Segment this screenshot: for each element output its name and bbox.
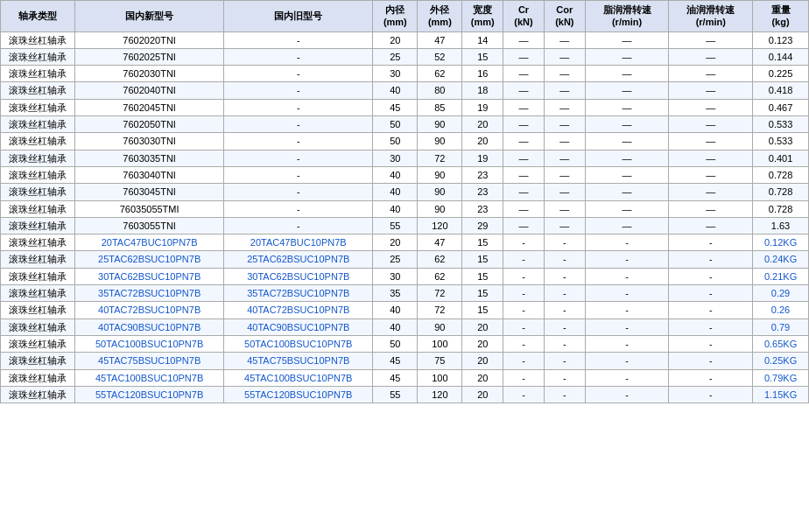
table-cell: —	[585, 82, 669, 99]
table-cell: 滚珠丝杠轴承	[1, 32, 75, 48]
table-cell: 40TAC72BSUC10PN7B	[224, 302, 373, 318]
table-cell: 15	[462, 251, 503, 268]
table-cell: 14	[462, 32, 503, 48]
table-cell: 0.728	[753, 184, 809, 200]
table-row: 滚珠丝杠轴承7603035TNI-307219————0.401	[1, 150, 809, 166]
table-cell: —	[585, 166, 669, 183]
table-cell: 滚珠丝杠轴承	[1, 302, 75, 318]
table-cell: 0.79	[753, 318, 809, 335]
table-cell: —	[544, 200, 585, 217]
table-cell: 40TAC72BSUC10PN7B	[75, 302, 224, 318]
table-cell: 90	[418, 166, 462, 183]
table-cell: 30TAC62BSUC10PN7B	[75, 268, 224, 284]
table-cell: 7603055TNI	[75, 217, 224, 234]
table-cell: 52	[418, 48, 462, 65]
table-cell: 76035055TMI	[75, 200, 224, 217]
table-cell: —	[503, 217, 545, 234]
table-row: 滚珠丝杠轴承7603055TNI-5512029————1.63	[1, 217, 809, 234]
table-cell: 90	[418, 318, 462, 335]
table-cell: 1.63	[753, 217, 809, 234]
table-header-row: 轴承类型 国内新型号 国内旧型号 内径(mm) 外径(mm) 宽度(mm) Cr…	[1, 1, 809, 32]
table-cell: 40	[373, 318, 418, 335]
table-cell: 0.29	[753, 285, 809, 302]
table-cell: 72	[418, 302, 462, 318]
table-cell: 45	[373, 369, 418, 386]
table-cell: 0.79KG	[753, 369, 809, 386]
table-row: 滚珠丝杠轴承7602050TNI-509020————0.533	[1, 116, 809, 133]
table-cell: —	[585, 48, 669, 65]
header-cor: Cor(kN)	[544, 1, 585, 32]
table-row: 滚珠丝杠轴承45TAC100BSUC10PN7B45TAC100BSUC10PN…	[1, 369, 809, 386]
table-cell: —	[503, 32, 545, 48]
table-cell: —	[503, 82, 545, 99]
table-cell: -	[503, 386, 545, 402]
table-cell: 20	[373, 32, 418, 48]
table-cell: 90	[418, 116, 462, 133]
table-cell: —	[669, 32, 753, 48]
table-cell: 100	[418, 335, 462, 352]
table-cell: —	[544, 184, 585, 200]
table-cell: —	[544, 133, 585, 150]
table-cell: —	[585, 217, 669, 234]
table-cell: —	[585, 200, 669, 217]
table-cell: 0.25KG	[753, 353, 809, 369]
table-cell: —	[503, 166, 545, 183]
table-cell: 30	[373, 150, 418, 166]
table-cell: —	[544, 32, 585, 48]
table-cell: 75	[418, 353, 462, 369]
table-cell: -	[585, 386, 669, 402]
table-cell: —	[503, 99, 545, 116]
table-row: 滚珠丝杠轴承45TAC75BSUC10PN7B45TAC75BSUC10PN7B…	[1, 353, 809, 369]
table-cell: 90	[418, 133, 462, 150]
table-cell: —	[585, 150, 669, 166]
table-cell: -	[669, 234, 753, 251]
table-cell: —	[503, 150, 545, 166]
table-cell: 47	[418, 234, 462, 251]
table-row: 滚珠丝杠轴承7603045TNI-409023————0.728	[1, 184, 809, 200]
table-cell: —	[544, 99, 585, 116]
table-cell: 50	[373, 335, 418, 352]
table-cell: 7603035TNI	[75, 150, 224, 166]
table-cell: —	[544, 66, 585, 82]
table-cell: 滚珠丝杠轴承	[1, 99, 75, 116]
table-cell: 7602020TNI	[75, 32, 224, 48]
table-cell: 45TAC100BSUC10PN7B	[224, 369, 373, 386]
table-cell: 0.533	[753, 116, 809, 133]
table-cell: 0.728	[753, 166, 809, 183]
header-weight: 重量(kg)	[753, 1, 809, 32]
table-cell: 0.26	[753, 302, 809, 318]
table-cell: 滚珠丝杠轴承	[1, 82, 75, 99]
table-cell: 50	[373, 116, 418, 133]
table-cell: -	[585, 335, 669, 352]
table-row: 滚珠丝杠轴承20TAC47BUC10PN7B20TAC47BUC10PN7B20…	[1, 234, 809, 251]
table-cell: 23	[462, 184, 503, 200]
table-cell: -	[224, 184, 373, 200]
table-cell: —	[503, 133, 545, 150]
table-cell: -	[224, 99, 373, 116]
table-cell: 40	[373, 166, 418, 183]
table-row: 滚珠丝杠轴承7603040TNI-409023————0.728	[1, 166, 809, 183]
table-cell: 20TAC47BUC10PN7B	[75, 234, 224, 251]
table-cell: 120	[418, 386, 462, 402]
table-cell: -	[669, 285, 753, 302]
table-cell: 45TAC75BSUC10PN7B	[75, 353, 224, 369]
table-cell: 47	[418, 32, 462, 48]
table-cell: 0.12KG	[753, 234, 809, 251]
table-cell: 120	[418, 217, 462, 234]
table-row: 滚珠丝杠轴承7602030TNI-306216————0.225	[1, 66, 809, 82]
table-cell: 62	[418, 251, 462, 268]
table-cell: —	[503, 66, 545, 82]
table-cell: 25	[373, 251, 418, 268]
table-cell: 滚珠丝杠轴承	[1, 369, 75, 386]
table-cell: 72	[418, 285, 462, 302]
table-cell: —	[503, 48, 545, 65]
table-cell: 40TAC90BSUC10PN7B	[75, 318, 224, 335]
table-cell: 7603045TNI	[75, 184, 224, 200]
table-cell: 20TAC47BUC10PN7B	[224, 234, 373, 251]
table-cell: 滚珠丝杠轴承	[1, 66, 75, 82]
table-cell: -	[544, 318, 585, 335]
table-cell: —	[585, 32, 669, 48]
table-row: 滚珠丝杠轴承50TAC100BSUC10PN7B50TAC100BSUC10PN…	[1, 335, 809, 352]
table-cell: -	[585, 302, 669, 318]
table-cell: -	[544, 268, 585, 284]
